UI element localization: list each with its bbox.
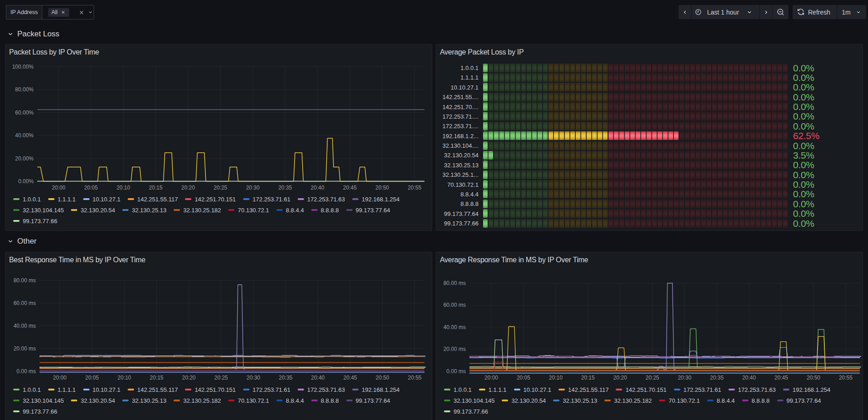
svg-text:20:10: 20:10 xyxy=(116,185,130,191)
svg-text:100.00%: 100.00% xyxy=(12,64,34,70)
svg-text:20:15: 20:15 xyxy=(150,375,163,381)
svg-text:0.00 ms: 0.00 ms xyxy=(446,368,466,375)
svg-text:20:50: 20:50 xyxy=(807,375,820,381)
svg-text:0.00 ms: 0.00 ms xyxy=(16,368,36,375)
svg-text:20:45: 20:45 xyxy=(343,375,357,381)
svg-text:60.00 ms: 60.00 ms xyxy=(444,302,466,308)
svg-text:20:30: 20:30 xyxy=(678,375,691,381)
svg-text:80.00 ms: 80.00 ms xyxy=(14,277,36,284)
svg-text:60.00 ms: 60.00 ms xyxy=(14,300,36,306)
svg-text:20:45: 20:45 xyxy=(774,375,788,381)
svg-text:80.00%: 80.00% xyxy=(15,86,34,93)
svg-text:0.00%: 0.00% xyxy=(18,178,34,185)
svg-text:20:55: 20:55 xyxy=(839,375,853,381)
svg-text:20:15: 20:15 xyxy=(581,375,595,381)
svg-text:20.00 ms: 20.00 ms xyxy=(14,345,36,352)
svg-text:20:00: 20:00 xyxy=(52,185,65,191)
svg-text:20:15: 20:15 xyxy=(149,185,163,191)
svg-text:20:05: 20:05 xyxy=(85,375,99,381)
svg-text:20:10: 20:10 xyxy=(549,375,563,381)
svg-text:60.00%: 60.00% xyxy=(15,110,34,116)
svg-text:20:05: 20:05 xyxy=(517,375,530,381)
svg-text:20:30: 20:30 xyxy=(246,185,259,191)
svg-text:20:50: 20:50 xyxy=(375,375,389,381)
svg-text:20:55: 20:55 xyxy=(408,185,421,191)
svg-text:40.00 ms: 40.00 ms xyxy=(14,323,36,329)
svg-text:20:25: 20:25 xyxy=(214,375,228,381)
svg-text:20.00 ms: 20.00 ms xyxy=(444,346,466,352)
svg-text:20:45: 20:45 xyxy=(343,185,357,191)
svg-text:80.00 ms: 80.00 ms xyxy=(444,280,466,286)
svg-text:20:40: 20:40 xyxy=(742,375,756,381)
svg-text:40.00 ms: 40.00 ms xyxy=(444,324,466,330)
svg-text:20:40: 20:40 xyxy=(311,375,324,381)
svg-text:20:20: 20:20 xyxy=(182,375,195,381)
svg-text:20:20: 20:20 xyxy=(181,185,195,191)
svg-text:20:20: 20:20 xyxy=(614,375,627,381)
svg-text:20:35: 20:35 xyxy=(278,185,292,191)
svg-text:40.00%: 40.00% xyxy=(15,132,34,139)
svg-text:20:35: 20:35 xyxy=(279,375,292,381)
svg-text:20:10: 20:10 xyxy=(117,375,131,381)
svg-text:20.00%: 20.00% xyxy=(15,155,34,162)
svg-text:20:25: 20:25 xyxy=(214,185,227,191)
svg-text:20:30: 20:30 xyxy=(246,375,260,381)
svg-text:20:50: 20:50 xyxy=(375,185,389,191)
svg-text:20:35: 20:35 xyxy=(710,375,723,381)
svg-text:20:00: 20:00 xyxy=(484,375,498,381)
svg-text:20:00: 20:00 xyxy=(53,375,66,381)
svg-text:20:25: 20:25 xyxy=(645,375,659,381)
svg-text:20:55: 20:55 xyxy=(408,375,421,381)
svg-text:20:40: 20:40 xyxy=(311,185,324,191)
svg-text:20:05: 20:05 xyxy=(84,185,98,191)
